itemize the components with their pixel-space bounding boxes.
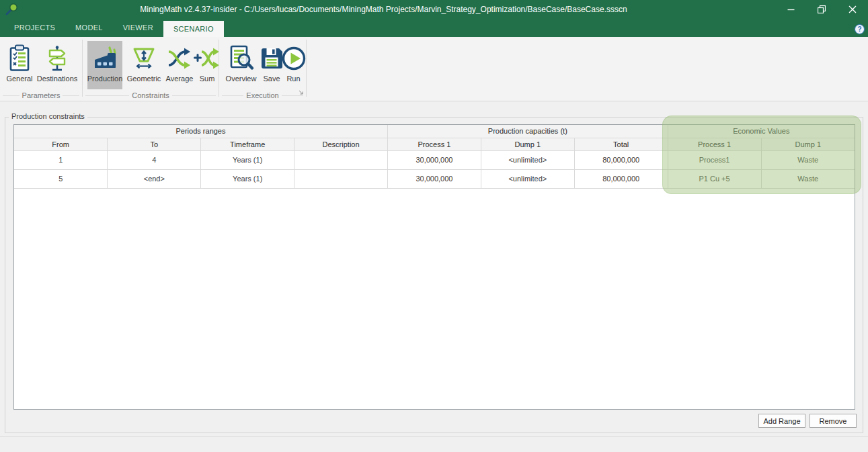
close-button[interactable] [837, 0, 868, 19]
col-header-dump1-economic: Dump 1 [761, 138, 855, 150]
groupbox-title: Production constraints [9, 112, 87, 120]
tab-scenario[interactable]: SCENARIO [163, 21, 224, 37]
cell-process1-economic[interactable]: P1 Cu +5 [668, 169, 761, 188]
sum-button[interactable]: Sum [196, 41, 218, 89]
cell-dump1-capacity[interactable]: <unlimited> [481, 150, 574, 169]
add-range-button[interactable]: Add Range [758, 414, 805, 428]
general-button[interactable]: General [4, 41, 35, 89]
column-header-row: From To Timeframe Description Process 1 … [14, 138, 855, 150]
window-title: MiningMath v2.4.37-insider - C:/Users/lu… [0, 0, 767, 19]
cell-dump1-economic[interactable]: Waste [761, 169, 855, 188]
overview-button[interactable]: Overview [222, 41, 260, 89]
ribbon-group-execution: Overview Save [219, 37, 306, 101]
cell-from[interactable]: 5 [14, 169, 108, 188]
run-button[interactable]: Run [283, 41, 304, 89]
general-label: General [6, 75, 32, 83]
cell-from[interactable]: 1 [14, 150, 108, 169]
col-header-total: Total [574, 138, 668, 150]
dialog-launcher-icon[interactable] [299, 85, 303, 97]
tab-projects[interactable]: PROJECTS [4, 19, 65, 37]
play-circle-icon [280, 44, 307, 73]
factory-icon [91, 44, 119, 73]
crossed-arrows-icon [165, 44, 194, 73]
production-button[interactable]: Production [87, 41, 122, 89]
cell-process1-capacity[interactable]: 30,000,000 [388, 150, 481, 169]
help-icon[interactable]: ? [855, 24, 865, 34]
production-capacities-group-header: Production capacities (t) [388, 125, 668, 138]
col-header-process1-economic: Process 1 [668, 138, 761, 150]
signpost-icon [44, 44, 71, 73]
remove-button[interactable]: Remove [810, 414, 857, 428]
sum-label: Sum [200, 75, 215, 83]
clipboard-checklist-icon [7, 44, 32, 73]
ribbon-group-parameters: General Destinations Parameters [0, 37, 82, 101]
col-header-description: Description [294, 138, 388, 150]
ribbon-group-constraints: Production Geometric [83, 37, 219, 101]
table-row: 5 <end> Years (1) 30,000,000 <unlimited>… [14, 169, 855, 188]
tab-model[interactable]: MODEL [65, 19, 113, 37]
col-header-timeframe: Timeframe [201, 138, 294, 150]
cell-timeframe[interactable]: Years (1) [201, 169, 294, 188]
cell-timeframe[interactable]: Years (1) [201, 150, 294, 169]
tab-viewer[interactable]: VIEWER [113, 19, 163, 37]
table-row: 1 4 Years (1) 30,000,000 <unlimited> 80,… [14, 150, 855, 169]
execution-group-label: Execution [219, 91, 306, 99]
pit-funnel-icon [130, 44, 158, 73]
geometric-button[interactable]: Geometric [125, 41, 163, 89]
column-group-header-row: Periods ranges Production capacities (t)… [14, 125, 855, 138]
minimize-button[interactable] [775, 0, 806, 19]
col-header-process1-capacity: Process 1 [388, 138, 481, 150]
cell-total[interactable]: 80,000,000 [574, 169, 668, 188]
col-header-dump1-capacity: Dump 1 [481, 138, 574, 150]
restore-button[interactable] [806, 0, 837, 19]
ribbon: General Destinations Parameters [0, 37, 868, 101]
cell-process1-capacity[interactable]: 30,000,000 [388, 169, 481, 188]
constraints-group-label: Constraints [83, 91, 219, 99]
col-header-from: From [14, 138, 108, 150]
ribbon-separator [306, 40, 307, 97]
average-label: Average [166, 75, 194, 83]
ribbon-tab-bar: PROJECTS MODEL VIEWER SCENARIO ? [0, 19, 868, 37]
parameters-group-label: Parameters [0, 91, 82, 99]
cell-total[interactable]: 80,000,000 [574, 150, 668, 169]
cell-to[interactable]: <end> [108, 169, 201, 188]
col-header-to: To [108, 138, 201, 150]
overview-label: Overview [226, 75, 257, 83]
cell-dump1-capacity[interactable]: <unlimited> [481, 169, 574, 188]
cell-description[interactable] [294, 169, 388, 188]
geometric-label: Geometric [127, 75, 161, 83]
cell-process1-economic[interactable]: Process1 [668, 150, 761, 169]
run-label: Run [286, 75, 300, 83]
cell-dump1-economic[interactable]: Waste [761, 150, 855, 169]
production-label: Production [87, 75, 123, 83]
plus-crossed-arrows-icon [193, 44, 221, 73]
save-label: Save [263, 75, 280, 83]
bottom-divider [0, 436, 868, 437]
destinations-label: Destinations [37, 75, 78, 83]
average-button[interactable]: Average [163, 41, 196, 89]
production-constraints-table: Periods ranges Production capacities (t)… [13, 124, 855, 410]
destinations-button[interactable]: Destinations [36, 41, 78, 89]
economic-values-group-header: Economic Values [668, 125, 855, 138]
miningmath-window: MiningMath v2.4.37-insider - C:/Users/lu… [0, 0, 868, 452]
cell-to[interactable]: 4 [108, 150, 201, 169]
document-magnifier-icon [227, 44, 255, 73]
cell-description[interactable] [294, 150, 388, 169]
periods-ranges-group-header: Periods ranges [14, 125, 388, 138]
titlebar: MiningMath v2.4.37-insider - C:/Users/lu… [0, 0, 868, 19]
